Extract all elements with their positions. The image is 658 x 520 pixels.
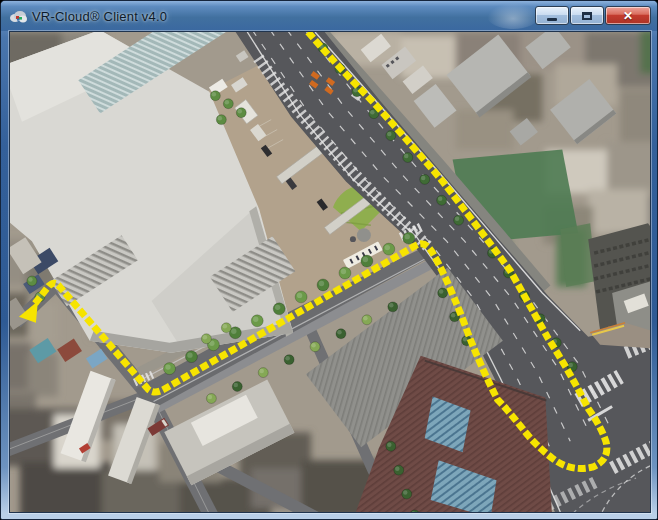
app-window: VR-Cloud® Client v4.0 ✕ — [0, 0, 658, 520]
window-controls: ✕ — [535, 6, 651, 25]
maximize-icon — [582, 12, 592, 20]
window-title: VR-Cloud® Client v4.0 — [32, 9, 167, 24]
cloud-app-icon — [9, 9, 27, 24]
close-button[interactable]: ✕ — [605, 6, 651, 25]
minimize-icon — [547, 18, 557, 21]
titlebar[interactable]: VR-Cloud® Client v4.0 ✕ — [1, 1, 657, 31]
maximize-button[interactable] — [570, 6, 604, 25]
minimize-button[interactable] — [535, 6, 569, 25]
city-scene — [10, 32, 650, 512]
close-icon: ✕ — [623, 10, 633, 22]
cloud-watermark — [487, 3, 539, 29]
3d-scene-viewport[interactable] — [9, 31, 651, 513]
